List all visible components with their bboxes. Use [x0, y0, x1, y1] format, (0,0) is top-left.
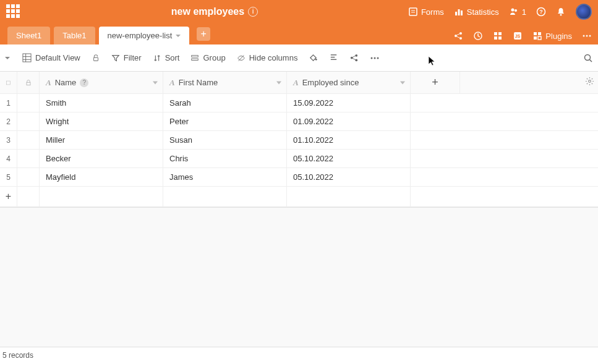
default-view-button[interactable]: Default View — [22, 53, 80, 62]
row-number[interactable]: 2 — [0, 112, 17, 130]
plugins-button[interactable]: Plugins — [532, 31, 572, 41]
column-header-employed-since[interactable]: A Employed since — [287, 72, 411, 93]
grid-settings-icon[interactable] — [585, 77, 594, 86]
table-row[interactable]: 1SmithSarah15.09.2022 — [0, 94, 598, 112]
svg-rect-52 — [7, 81, 11, 85]
cell-name[interactable]: Smith — [40, 94, 163, 112]
tab-menu-icon[interactable] — [176, 35, 181, 37]
svg-point-7 — [515, 9, 517, 12]
header-tools: Forms Statistics 1 ? — [408, 4, 592, 20]
cell-employed-since[interactable]: 01.09.2022 — [287, 112, 411, 130]
forms-icon — [408, 7, 418, 17]
svg-line-15 — [457, 36, 460, 38]
svg-point-29 — [589, 35, 591, 37]
help-icon: ? — [536, 7, 546, 17]
column-header-name[interactable]: A Name ? — [40, 72, 163, 93]
cell-employed-since[interactable]: 05.10.2022 — [287, 150, 411, 167]
more-icon[interactable] — [582, 31, 592, 41]
row-lock — [17, 94, 40, 112]
statistics-icon — [454, 7, 464, 17]
column-menu-icon[interactable] — [276, 81, 281, 84]
users-icon — [509, 7, 519, 17]
share-view-icon[interactable] — [349, 53, 359, 62]
cell-first-name[interactable]: James — [163, 168, 287, 186]
svg-rect-3 — [455, 12, 457, 15]
search-icon[interactable] — [583, 53, 593, 63]
add-column-button[interactable]: + — [411, 72, 460, 93]
row-number[interactable]: 5 — [0, 168, 17, 186]
view-toolbar: Default View Filter Sort Group Hide colu… — [0, 44, 598, 72]
svg-rect-26 — [538, 36, 541, 40]
base-title[interactable]: new employees i — [21, 6, 408, 17]
group-button[interactable]: Group — [190, 53, 225, 62]
group-icon — [190, 54, 199, 62]
svg-point-50 — [585, 54, 591, 60]
cell-employed-since[interactable]: 01.10.2022 — [287, 131, 411, 149]
lock-view-icon[interactable] — [92, 54, 100, 62]
sort-button[interactable]: Sort — [153, 53, 180, 62]
history-icon[interactable] — [473, 31, 483, 41]
base-title-text: new employees — [171, 6, 244, 17]
select-all-checkbox[interactable] — [0, 72, 17, 93]
filter-button[interactable]: Filter — [111, 53, 142, 62]
apps-icon[interactable] — [6, 4, 21, 19]
table-row[interactable]: 3MillerSusan01.10.2022 — [0, 131, 598, 150]
tab-sheet1[interactable]: Sheet1 — [7, 27, 50, 44]
add-tab-button[interactable]: + — [197, 27, 210, 41]
svg-point-12 — [459, 32, 462, 35]
share-icon[interactable] — [453, 31, 463, 41]
row-number[interactable]: 1 — [0, 94, 17, 112]
column-menu-icon[interactable] — [153, 81, 158, 84]
cell-employed-since[interactable]: 15.09.2022 — [287, 94, 411, 112]
row-number[interactable]: 3 — [0, 131, 17, 149]
svg-point-27 — [583, 35, 585, 37]
cell-first-name[interactable]: Peter — [163, 112, 287, 130]
avatar[interactable] — [576, 4, 592, 20]
cell-first-name[interactable]: Susan — [163, 131, 287, 149]
svg-line-14 — [457, 34, 460, 36]
grid-view-icon — [22, 53, 32, 62]
svg-rect-30 — [23, 54, 31, 62]
cell-name[interactable]: Mayfield — [40, 168, 163, 186]
column-menu-icon[interactable] — [400, 81, 405, 84]
cell-name[interactable]: Becker — [40, 150, 163, 167]
row-number[interactable]: 4 — [0, 150, 17, 167]
cell-name[interactable]: Wright — [40, 112, 163, 130]
add-row[interactable]: + — [0, 187, 598, 207]
svg-rect-19 — [494, 36, 497, 40]
add-row-icon[interactable]: + — [0, 187, 17, 206]
svg-rect-24 — [538, 32, 541, 35]
svg-line-46 — [353, 58, 356, 59]
table-row[interactable]: 5MayfieldJames05.10.2022 — [0, 168, 598, 187]
svg-point-6 — [511, 9, 514, 12]
row-height-icon[interactable] — [329, 53, 338, 62]
column-header-first-name[interactable]: A First Name — [163, 72, 287, 93]
toolbar-more-icon[interactable] — [370, 53, 380, 63]
cell-first-name[interactable]: Sarah — [163, 94, 287, 112]
svg-line-45 — [353, 56, 356, 57]
fill-color-icon[interactable] — [309, 53, 318, 62]
table-row[interactable]: 2WrightPeter01.09.2022 — [0, 112, 598, 131]
info-icon[interactable]: i — [248, 7, 258, 17]
help-icon[interactable]: ? — [80, 78, 88, 87]
statistics-button[interactable]: Statistics — [454, 7, 499, 17]
cell-employed-since[interactable]: 05.10.2022 — [287, 168, 411, 186]
hide-columns-button[interactable]: Hide columns — [237, 53, 298, 62]
view-chevron-icon[interactable] — [5, 57, 10, 59]
automation-icon[interactable] — [493, 31, 503, 41]
svg-text:JS: JS — [515, 34, 521, 38]
cell-first-name[interactable]: Chris — [163, 150, 287, 167]
tab-table1[interactable]: Table1 — [54, 27, 95, 44]
svg-rect-4 — [458, 9, 459, 15]
tab-new-employee-list[interactable]: new-employee-list — [99, 27, 190, 44]
collaborators-button[interactable]: 1 — [509, 7, 526, 17]
svg-point-28 — [586, 35, 588, 37]
help-button[interactable]: ? — [536, 7, 546, 17]
notifications-button[interactable] — [556, 7, 566, 17]
cell-name[interactable]: Miller — [40, 131, 163, 149]
api-icon[interactable]: JS — [513, 31, 523, 41]
forms-button[interactable]: Forms — [408, 7, 444, 17]
table-row[interactable]: 4BeckerChris05.10.2022 — [0, 150, 598, 168]
svg-rect-20 — [498, 36, 502, 40]
lock-column-header[interactable] — [17, 72, 40, 93]
